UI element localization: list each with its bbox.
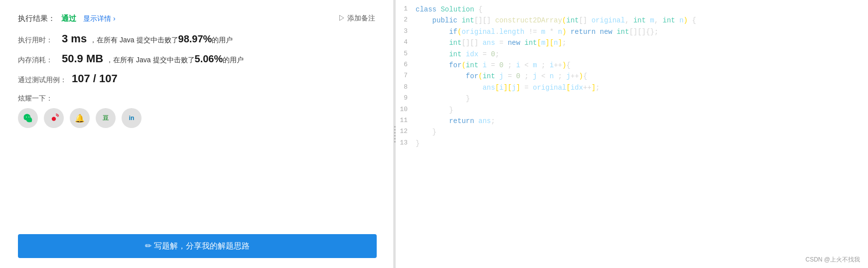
add-note-button[interactable]: ▷ 添加备注	[338, 14, 375, 23]
code-line-9: 9 }	[396, 93, 868, 104]
code-editor[interactable]: 1 class Solution { 2 public int[][] cons…	[396, 0, 868, 268]
line-number-7: 7	[396, 71, 416, 81]
code-line-13: 13 }	[396, 138, 868, 149]
line-content-6: for(int i = 0 ; i < m ; i++){	[416, 60, 868, 71]
linkedin-icon[interactable]: in	[122, 108, 142, 128]
line-content-3: if(original.length != m * n) return new …	[416, 26, 868, 37]
exec-time-label: 执行用时：	[18, 36, 58, 45]
test-value: 107 / 107	[72, 72, 118, 85]
line-number-4: 4	[396, 37, 416, 48]
test-label: 通过测试用例：	[18, 76, 68, 85]
line-number-3: 3	[396, 26, 416, 37]
exec-time-percent: 98.97%	[178, 33, 212, 45]
social-icons-row: 🔔 豆 in	[18, 108, 375, 128]
code-line-8: 8 ans[i][j] = original[idx++];	[396, 82, 868, 93]
code-line-3: 3 if(original.length != m * n) return ne…	[396, 26, 868, 37]
exec-time-value: 3 ms	[62, 32, 87, 45]
exec-time-row: 执行用时： 3 ms ，在所有 Java 提交中击败了 98.97% 的用户	[18, 32, 375, 45]
write-solution-button[interactable]: ✏ 写题解，分享我的解题思路	[18, 234, 377, 258]
line-number-5: 5	[396, 49, 416, 59]
result-row: 执行结果： 通过 显示详情 ›	[18, 14, 375, 23]
code-line-2: 2 public int[][] construct2DArray(int[] …	[396, 15, 868, 26]
mem-unit: 的用户	[223, 56, 244, 65]
line-content-12: }	[416, 127, 868, 137]
exec-time-unit: 的用户	[212, 36, 233, 45]
line-number-1: 1	[396, 4, 416, 14]
line-content-13: }	[416, 138, 868, 149]
exec-time-desc: ，在所有 Java 提交中击败了	[90, 36, 178, 45]
code-line-1: 1 class Solution {	[396, 4, 868, 15]
mem-value: 50.9 MB	[62, 52, 103, 65]
line-content-11: return ans;	[416, 116, 868, 127]
code-editor-panel: 1 class Solution { 2 public int[][] cons…	[396, 0, 868, 268]
line-number-6: 6	[396, 60, 416, 70]
share-label: 炫耀一下：	[18, 94, 375, 103]
line-number-11: 11	[396, 116, 416, 126]
code-line-10: 10 }	[396, 105, 868, 116]
code-line-6: 6 for(int i = 0 ; i < m ; i++){	[396, 60, 868, 71]
line-content-9: }	[416, 93, 868, 104]
result-panel: 执行结果： 通过 显示详情 › ▷ 添加备注 执行用时： 3 ms ，在所有 J…	[0, 0, 394, 268]
watermark: CSDN @上火不找我	[805, 256, 860, 264]
mem-label: 内存消耗：	[18, 56, 58, 65]
code-line-7: 7 for(int j = 0 ; j < n ; j++){	[396, 71, 868, 82]
line-content-10: }	[416, 105, 868, 116]
weibo-icon[interactable]	[44, 108, 64, 128]
mem-percent: 5.06%	[195, 53, 223, 65]
mem-desc: ，在所有 Java 提交中击败了	[106, 56, 194, 65]
code-line-4: 4 int[][] ans = new int[m][n];	[396, 37, 868, 48]
line-number-9: 9	[396, 93, 416, 104]
result-label: 执行结果：	[18, 14, 55, 23]
line-number-2: 2	[396, 15, 416, 25]
code-line-11: 11 return ans;	[396, 116, 868, 127]
add-note-label: ▷ 添加备注	[338, 14, 375, 23]
line-number-10: 10	[396, 105, 416, 115]
code-line-12: 12 }	[396, 127, 868, 137]
bell-icon[interactable]: 🔔	[70, 108, 90, 128]
line-content-8: ans[i][j] = original[idx++];	[416, 82, 868, 93]
line-content-2: public int[][] construct2DArray(int[] or…	[416, 15, 868, 26]
line-content-1: class Solution {	[416, 4, 868, 15]
memory-row: 内存消耗： 50.9 MB ，在所有 Java 提交中击败了 5.06% 的用户	[18, 52, 375, 65]
code-line-5: 5 int idx = 0;	[396, 49, 868, 60]
line-content-7: for(int j = 0 ; j < n ; j++){	[416, 71, 868, 82]
test-cases-row: 通过测试用例： 107 / 107	[18, 72, 375, 85]
line-content-4: int[][] ans = new int[m][n];	[416, 37, 868, 48]
wechat-icon[interactable]	[18, 108, 38, 128]
douban-icon[interactable]: 豆	[96, 108, 116, 128]
line-number-13: 13	[396, 138, 416, 148]
line-number-12: 12	[396, 127, 416, 137]
result-pass: 通过	[61, 14, 76, 23]
result-detail-link[interactable]: 显示详情 ›	[83, 14, 116, 23]
line-content-5: int idx = 0;	[416, 49, 868, 60]
line-number-8: 8	[396, 82, 416, 93]
svg-point-0	[52, 117, 56, 121]
code-lines: 1 class Solution { 2 public int[][] cons…	[396, 0, 868, 153]
